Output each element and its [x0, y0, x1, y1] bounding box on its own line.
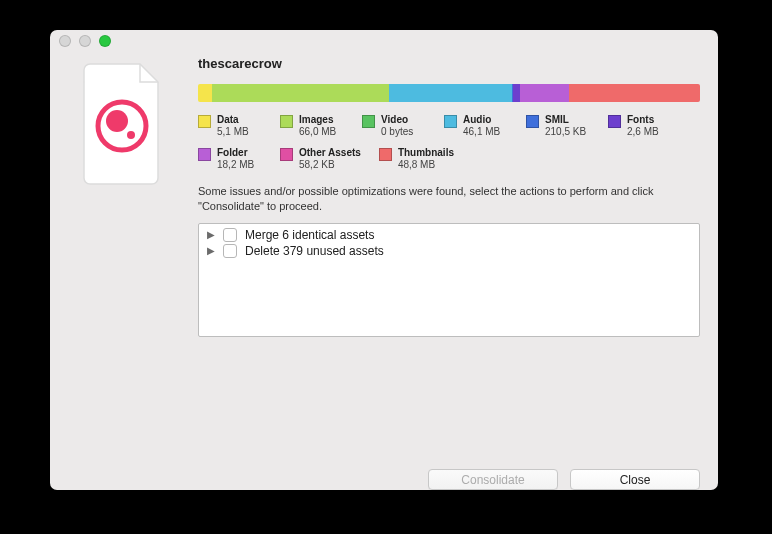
instruction-text: Some issues and/or possible optimization… — [198, 184, 700, 215]
legend-item-audio: Audio46,1 MB — [444, 114, 508, 137]
swatch-thumbnails — [379, 148, 392, 161]
bar-segment-fonts — [513, 84, 520, 102]
bar-segment-images — [212, 84, 389, 102]
dialog-window: thescarecrow Data5,1 MBImages66,0 MBVide… — [50, 30, 718, 490]
legend-name: Data — [217, 114, 249, 126]
close-icon[interactable] — [59, 35, 71, 47]
legend-item-fonts: Fonts2,6 MB — [608, 114, 672, 137]
storage-bar — [198, 84, 700, 102]
swatch-other — [280, 148, 293, 161]
disclosure-icon[interactable]: ▶ — [207, 245, 215, 256]
bar-segment-folder — [520, 84, 569, 102]
disclosure-icon[interactable]: ▶ — [207, 229, 215, 240]
legend-item-other: Other Assets58,2 KB — [280, 147, 361, 170]
legend-name: Folder — [217, 147, 254, 159]
swatch-video — [362, 115, 375, 128]
legend-name: Video — [381, 114, 413, 126]
legend-size: 46,1 MB — [463, 126, 500, 138]
list-item[interactable]: ▶Merge 6 identical assets — [199, 227, 699, 243]
action-label: Merge 6 identical assets — [245, 228, 374, 242]
legend-item-smil: SMIL210,5 KB — [526, 114, 590, 137]
consolidate-button: Consolidate — [428, 469, 558, 490]
action-label: Delete 379 unused assets — [245, 244, 384, 258]
legend-size: 0 bytes — [381, 126, 413, 138]
legend-size: 5,1 MB — [217, 126, 249, 138]
swatch-images — [280, 115, 293, 128]
bar-segment-audio — [389, 84, 513, 102]
legend-size: 2,6 MB — [627, 126, 659, 138]
content-area: thescarecrow Data5,1 MBImages66,0 MBVide… — [50, 52, 718, 455]
legend-size: 210,5 KB — [545, 126, 586, 138]
legend-item-folder: Folder18,2 MB — [198, 147, 262, 170]
swatch-fonts — [608, 115, 621, 128]
legend: Data5,1 MBImages66,0 MBVideo0 bytesAudio… — [198, 114, 700, 170]
svg-point-2 — [127, 131, 135, 139]
svg-point-1 — [106, 110, 128, 132]
list-item[interactable]: ▶Delete 379 unused assets — [199, 243, 699, 259]
main-column: thescarecrow Data5,1 MBImages66,0 MBVide… — [198, 56, 700, 441]
legend-item-thumbnails: Thumbnails48,8 MB — [379, 147, 454, 170]
legend-name: Thumbnails — [398, 147, 454, 159]
swatch-folder — [198, 148, 211, 161]
minimize-icon[interactable] — [79, 35, 91, 47]
bar-segment-data — [198, 84, 212, 102]
actions-list[interactable]: ▶Merge 6 identical assets▶Delete 379 unu… — [198, 223, 700, 337]
legend-name: Fonts — [627, 114, 659, 126]
document-icon — [76, 60, 172, 186]
swatch-data — [198, 115, 211, 128]
legend-item-data: Data5,1 MB — [198, 114, 262, 137]
button-bar: Consolidate Close — [50, 455, 718, 490]
document-preview — [68, 56, 180, 441]
bar-segment-thumbnails — [569, 84, 700, 102]
swatch-smil — [526, 115, 539, 128]
zoom-icon[interactable] — [99, 35, 111, 47]
legend-name: Images — [299, 114, 336, 126]
legend-size: 18,2 MB — [217, 159, 254, 171]
legend-size: 48,8 MB — [398, 159, 454, 171]
checkbox[interactable] — [223, 228, 237, 242]
checkbox[interactable] — [223, 244, 237, 258]
close-button[interactable]: Close — [570, 469, 700, 490]
document-title: thescarecrow — [198, 56, 700, 71]
legend-size: 66,0 MB — [299, 126, 336, 138]
legend-name: Other Assets — [299, 147, 361, 159]
legend-name: Audio — [463, 114, 500, 126]
swatch-audio — [444, 115, 457, 128]
legend-name: SMIL — [545, 114, 586, 126]
legend-item-video: Video0 bytes — [362, 114, 426, 137]
titlebar — [50, 30, 718, 52]
legend-size: 58,2 KB — [299, 159, 361, 171]
legend-item-images: Images66,0 MB — [280, 114, 344, 137]
